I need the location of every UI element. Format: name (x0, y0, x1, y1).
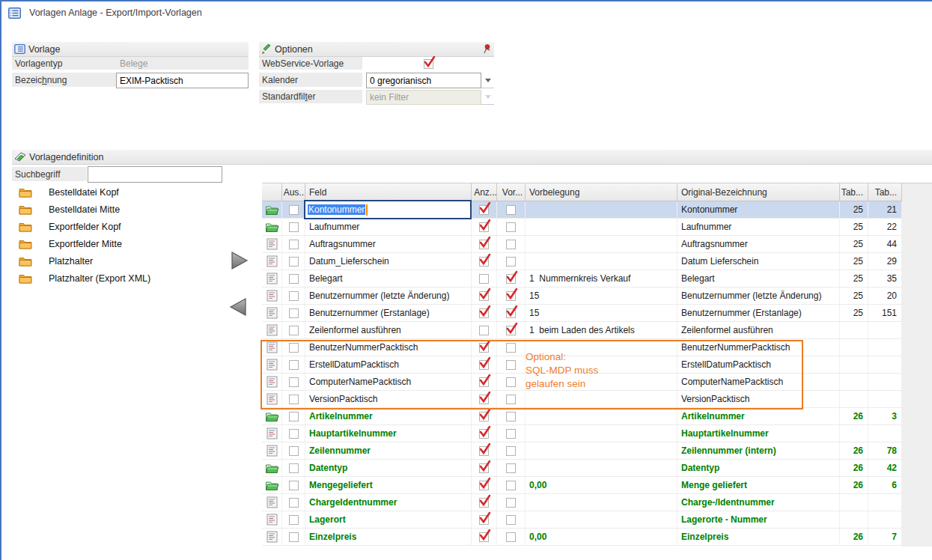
checkbox[interactable] (289, 360, 299, 370)
checkbox[interactable] (479, 343, 489, 353)
vorbelegung-cell[interactable] (526, 374, 677, 390)
checkbox[interactable] (506, 463, 516, 473)
checkbox[interactable] (289, 291, 299, 301)
checkbox[interactable] (479, 291, 489, 301)
vorbelegung-cell[interactable] (526, 391, 677, 407)
folder-list-item[interactable]: Exportfelder Kopf (14, 218, 165, 235)
checkbox[interactable] (479, 446, 489, 456)
table-row[interactable]: Lagerort Lagerorte - Nummer (262, 511, 902, 529)
feld-cell[interactable]: Auftragsnummer (305, 236, 472, 252)
table-row[interactable]: Zeilenformel ausführen 1 beim Laden des … (262, 322, 902, 339)
table-row[interactable]: ErstellDatumPacktisch ErstellDatumPackti… (262, 356, 902, 374)
column-header[interactable] (262, 183, 282, 201)
checkbox[interactable] (506, 326, 516, 335)
checkbox[interactable] (506, 308, 516, 318)
checkbox[interactable] (289, 395, 299, 404)
checkbox[interactable] (289, 205, 299, 215)
folder-list-item[interactable]: Bestelldatei Kopf (14, 183, 165, 201)
checkbox[interactable] (506, 412, 516, 421)
checkbox[interactable] (479, 308, 489, 318)
feld-cell[interactable]: Zeilennummer (305, 442, 472, 459)
column-header[interactable]: Aus... (282, 183, 305, 201)
kalender-select[interactable] (366, 73, 481, 88)
feld-cell[interactable]: VersionPacktisch (305, 391, 472, 407)
pin-icon[interactable] (483, 44, 491, 54)
checkbox[interactable] (479, 395, 489, 404)
vorbelegung-cell[interactable] (526, 356, 677, 373)
vorbelegung-cell[interactable]: 15 (526, 305, 677, 321)
checkbox[interactable] (506, 240, 516, 249)
table-row[interactable]: Mengegeliefert 0,00 Menge geliefert 26 6 (262, 477, 902, 494)
vorbelegung-cell[interactable] (526, 253, 677, 270)
feld-cell[interactable]: Benutzernummer (letzte Änderung) (305, 287, 472, 304)
move-right-button[interactable] (228, 250, 249, 271)
checkbox[interactable] (289, 326, 299, 335)
checkbox[interactable] (479, 481, 489, 490)
checkbox[interactable] (289, 222, 299, 232)
table-row[interactable]: Benutzernummer (Erstanlage) 15 Benutzern… (262, 305, 902, 322)
checkbox[interactable] (506, 515, 516, 525)
checkbox[interactable] (479, 326, 489, 335)
checkbox[interactable] (289, 446, 299, 456)
checkbox[interactable] (506, 377, 516, 387)
checkbox[interactable] (506, 291, 516, 301)
vorbelegung-cell[interactable] (526, 425, 677, 442)
vorbelegung-cell[interactable] (526, 511, 677, 528)
table-row[interactable]: BenutzerNummerPacktisch BenutzerNummerPa… (262, 339, 902, 356)
checkbox[interactable] (506, 343, 516, 353)
feld-cell[interactable]: BenutzerNummerPacktisch (305, 339, 472, 356)
column-header[interactable]: Original-Bezeichnung (677, 183, 840, 201)
column-header[interactable]: Tab... (868, 183, 902, 201)
feld-cell[interactable]: Zeilenformel ausführen (305, 322, 472, 338)
folder-list-item[interactable]: Bestelldatei Mitte (14, 201, 165, 218)
search-input[interactable] (88, 166, 222, 183)
vorbelegung-cell[interactable] (526, 408, 677, 424)
table-row[interactable]: Benutzernummer (letzte Änderung) 15 Benu… (262, 287, 902, 305)
column-header[interactable]: Vorbelegung (526, 183, 677, 201)
checkbox[interactable] (479, 377, 489, 387)
vorbelegung-cell[interactable] (526, 442, 677, 459)
checkbox[interactable] (506, 205, 516, 215)
vorbelegung-cell[interactable]: 1 Nummernkreis Verkauf (526, 270, 677, 287)
table-row[interactable]: ComputerNamePacktisch ComputerNamePackti… (262, 374, 902, 391)
feld-cell[interactable]: Benutzernummer (Erstanlage) (305, 305, 472, 321)
checkbox[interactable] (289, 412, 299, 421)
feld-cell[interactable]: Kontonummer (305, 201, 472, 218)
table-row[interactable]: VersionPacktisch VersionPacktisch (262, 391, 902, 408)
checkbox[interactable] (479, 360, 489, 370)
vorbelegung-cell[interactable]: 0,00 (526, 529, 677, 545)
vorbelegung-cell[interactable]: 0,00 (526, 477, 677, 493)
column-header[interactable]: Tab... (840, 183, 868, 201)
checkbox[interactable] (479, 240, 489, 249)
checkbox[interactable] (479, 515, 489, 525)
feld-cell[interactable]: Artikelnummer (305, 408, 472, 424)
checkbox[interactable] (289, 498, 299, 508)
checkbox[interactable] (289, 463, 299, 473)
table-row[interactable]: Zeilennummer Zeilennummer (intern) 26 78 (262, 442, 902, 460)
checkbox[interactable] (289, 240, 299, 249)
checkbox[interactable] (289, 532, 299, 542)
vorbelegung-cell[interactable] (526, 219, 677, 235)
column-header[interactable]: Feld (305, 183, 472, 201)
checkbox[interactable] (289, 481, 299, 490)
vorbelegung-cell[interactable] (526, 460, 677, 476)
vorbelegung-cell[interactable] (526, 339, 677, 356)
table-row[interactable]: ChargeIdentnummer Charge-/Identnummer (262, 494, 902, 511)
feld-edit-input[interactable]: Kontonummer (304, 200, 472, 219)
checkbox[interactable] (506, 222, 516, 232)
checkbox[interactable] (289, 274, 299, 284)
checkbox[interactable] (506, 395, 516, 404)
feld-cell[interactable]: Belegart (305, 270, 472, 287)
feld-cell[interactable]: Datum_Lieferschein (305, 253, 472, 270)
feld-cell[interactable]: ComputerNamePacktisch (305, 374, 472, 390)
checkbox[interactable] (289, 343, 299, 353)
checkbox[interactable] (479, 222, 489, 232)
vorbelegung-cell[interactable] (526, 236, 677, 252)
checkbox[interactable] (506, 274, 516, 284)
folder-list-item[interactable]: Exportfelder Mitte (14, 235, 165, 252)
vorbelegung-cell[interactable]: 15 (526, 287, 677, 304)
checkbox[interactable] (479, 463, 489, 473)
table-row[interactable]: Kontonummer Kontonummer 25 21 (262, 201, 902, 219)
checkbox[interactable] (289, 429, 299, 439)
checkbox[interactable] (289, 377, 299, 387)
